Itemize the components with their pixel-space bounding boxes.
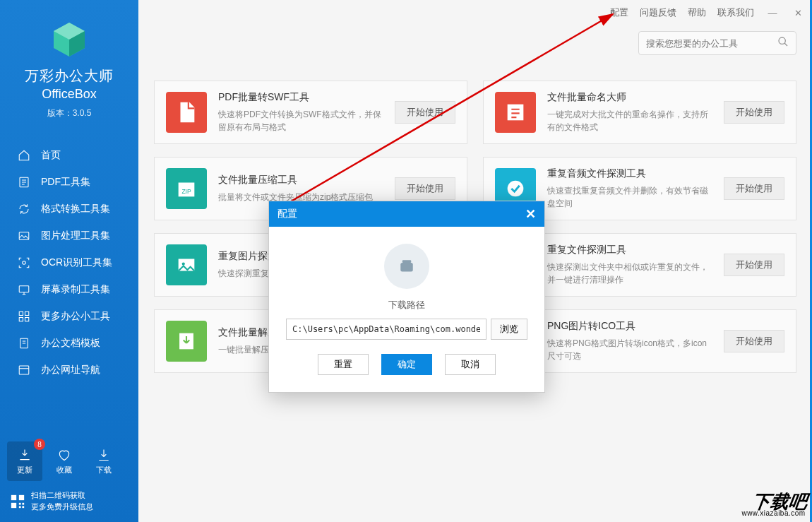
svg-rect-13: [11, 494, 16, 499]
path-input[interactable]: [286, 319, 486, 340]
svg-rect-18: [19, 506, 21, 508]
config-dialog: 配置 ✕ 下载路径 浏览 重置 确定 取消: [268, 201, 545, 393]
download-button[interactable]: 下载: [86, 441, 121, 481]
start-button[interactable]: 开始使用: [724, 177, 784, 200]
card-icon: [166, 92, 207, 133]
card-title: PNG图片转ICO工具: [547, 320, 712, 333]
dialog-title: 配置: [277, 208, 297, 220]
more-icon: [17, 309, 31, 324]
convert-icon: [17, 202, 31, 216]
top-contact-link[interactable]: 联系我们: [717, 6, 754, 19]
nav-label: 办公文档模板: [41, 337, 100, 350]
svg-rect-19: [22, 506, 24, 508]
card-desc: 快速探测出文件夹中相似或许重复的文件，并一键进行清理操作: [547, 261, 712, 286]
svg-rect-6: [19, 286, 29, 292]
close-button[interactable]: ✕: [791, 6, 805, 20]
sidebar: 万彩办公大师 OfficeBox 版本：3.0.5 首页 PDF工具集 格式转换…: [0, 0, 138, 522]
nav-record[interactable]: 屏幕录制工具集: [0, 276, 138, 303]
svg-point-5: [23, 261, 26, 265]
nav-convert[interactable]: 格式转换工具集: [0, 196, 138, 223]
card-icon: [495, 92, 536, 133]
svg-rect-32: [400, 263, 413, 272]
nav-home[interactable]: 首页: [0, 142, 138, 169]
start-button[interactable]: 开始使用: [724, 101, 784, 124]
top-config-link[interactable]: 配置: [610, 6, 628, 19]
search-box[interactable]: [638, 31, 796, 55]
app-name-en: OfficeBox: [0, 87, 138, 102]
logo-area: 万彩办公大师 OfficeBox 版本：3.0.5: [0, 0, 138, 126]
reset-button[interactable]: 重置: [318, 354, 369, 375]
ok-button[interactable]: 确定: [381, 354, 432, 375]
nav-label: 图片处理工具集: [41, 230, 110, 242]
card-desc: 快速将PNG格式图片转场icon格式，多icon尺寸可选: [547, 337, 712, 362]
browse-button[interactable]: 浏览: [491, 319, 527, 340]
nav-ocr[interactable]: OCR识别工具集: [0, 249, 138, 276]
card-desc: 快速将PDF文件转换为SWF格式文件，并保留原有布局与格式: [218, 108, 383, 134]
nav-label: OCR识别工具集: [41, 256, 112, 269]
svg-rect-8: [25, 312, 29, 315]
svg-point-20: [779, 37, 785, 44]
svg-rect-7: [19, 312, 23, 315]
svg-rect-14: [19, 494, 24, 499]
dialog-graphic-icon: [384, 244, 429, 289]
svg-rect-33: [402, 260, 412, 263]
nav-label: PDF工具集: [41, 176, 90, 189]
svg-rect-9: [19, 318, 23, 321]
start-button[interactable]: 开始使用: [724, 330, 784, 352]
dialog-close-icon[interactable]: ✕: [525, 206, 536, 222]
nav-label: 屏幕录制工具集: [41, 283, 110, 296]
search-icon[interactable]: [777, 36, 789, 50]
card-title: 重复文件探测工具: [547, 244, 712, 256]
template-icon: [17, 336, 31, 350]
search-input[interactable]: [646, 38, 777, 49]
top-feedback-link[interactable]: 问题反馈: [640, 6, 676, 19]
card-desc: 快速查找重复音频文件并删除，有效节省磁盘空间: [547, 184, 712, 210]
nav-template[interactable]: 办公文档模板: [0, 330, 138, 357]
svg-rect-15: [11, 502, 16, 507]
svg-point-24: [508, 181, 524, 197]
svg-rect-12: [19, 366, 29, 374]
update-badge: 8: [34, 439, 45, 450]
svg-text:ZIP: ZIP: [181, 188, 191, 195]
nav-navsite[interactable]: 办公网址导航: [0, 357, 138, 384]
nav-list: 首页 PDF工具集 格式转换工具集 图片处理工具集 OCR识别工具集 屏幕录制工…: [0, 142, 138, 384]
nav-label: 首页: [41, 149, 61, 162]
nav-more[interactable]: 更多办公小工具: [0, 303, 138, 330]
cancel-button[interactable]: 取消: [445, 354, 496, 375]
favorite-button[interactable]: 收藏: [47, 441, 82, 481]
nav-image[interactable]: 图片处理工具集: [0, 223, 138, 249]
svg-rect-16: [19, 502, 21, 504]
nav-label: 更多办公小工具: [41, 310, 110, 323]
path-label: 下载路径: [286, 299, 527, 312]
card-title: 重复音频文件探测工具: [547, 167, 712, 180]
card-title: 文件批量命名大师: [547, 91, 712, 104]
card-title: PDF批量转SWF工具: [218, 91, 383, 104]
svg-rect-4: [19, 232, 29, 240]
top-bar: 配置 问题反馈 帮助 联系我们 — ✕: [138, 0, 812, 25]
tool-card: PDF批量转SWF工具快速将PDF文件转换为SWF格式文件，并保留原有布局与格式…: [154, 81, 467, 144]
tool-card: 文件批量命名大师一键完成对大批文件的重命名操作，支持所有的文件格式 开始使用: [483, 81, 796, 144]
card-title: 文件批量压缩工具: [218, 174, 383, 186]
pdf-icon: [17, 175, 31, 189]
update-button[interactable]: 8 更新: [7, 441, 42, 481]
qr-info: 扫描二维码获取 更多免费升级信息: [10, 490, 93, 512]
start-button[interactable]: 开始使用: [395, 101, 455, 124]
ocr-icon: [17, 256, 31, 270]
start-button[interactable]: 开始使用: [395, 177, 455, 200]
minimize-button[interactable]: —: [765, 6, 780, 20]
dialog-titlebar: 配置 ✕: [269, 201, 544, 227]
svg-rect-17: [22, 502, 24, 504]
record-icon: [17, 283, 31, 297]
app-name-cn: 万彩办公大师: [0, 66, 138, 85]
top-help-link[interactable]: 帮助: [688, 6, 706, 19]
home-icon: [17, 148, 31, 162]
watermark: 下载吧 www.xiazaiba.com: [741, 494, 808, 516]
start-button[interactable]: 开始使用: [724, 254, 784, 276]
svg-rect-10: [25, 318, 29, 321]
image-icon: [17, 229, 31, 243]
bottom-actions: 8 更新 收藏 下载: [7, 441, 121, 481]
navsite-icon: [17, 363, 31, 377]
nav-label: 办公网址导航: [41, 364, 100, 376]
nav-pdf[interactable]: PDF工具集: [0, 169, 138, 196]
nav-label: 格式转换工具集: [41, 203, 110, 215]
